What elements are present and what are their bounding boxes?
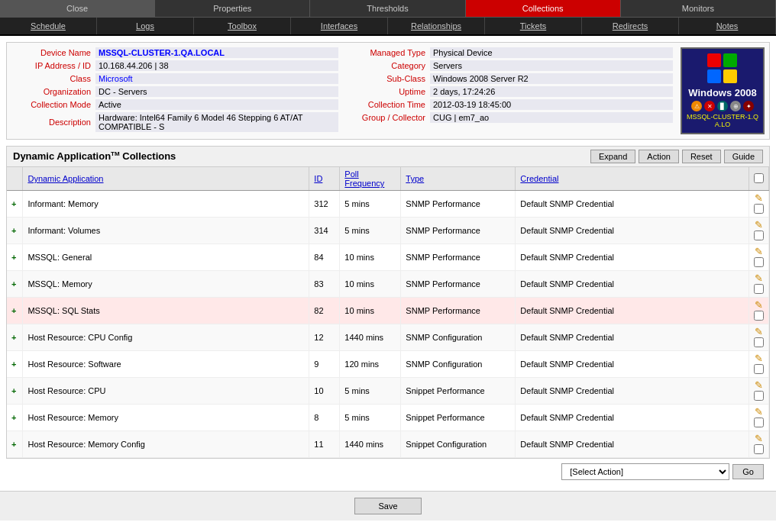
nav-schedule[interactable]: Schedule [0,18,97,34]
alert-icon: ✕ [704,101,715,111]
row-plus[interactable]: + [7,405,23,431]
col-type[interactable]: Type [401,167,516,191]
device-ip-row: IP Address / ID 10.168.44.206 | 38 [11,60,338,71]
row-plus[interactable]: + [7,191,23,218]
win-logo-green [723,53,737,67]
device-category-value: Servers [430,60,673,71]
row-actions[interactable]: ✎ [749,351,769,378]
row-plus[interactable]: + [7,218,23,244]
col-poll-freq[interactable]: Poll Frequency [340,167,401,191]
row-plus[interactable]: + [7,378,23,405]
edit-icon[interactable]: ✎ [755,379,763,391]
nav-toolbox[interactable]: Toolbox [194,18,291,34]
device-managed-value: Physical Device [430,47,673,58]
action-select[interactable]: [Select Action] [561,463,729,480]
row-type: Snippet Configuration [401,431,516,458]
row-poll: 1440 mins [340,324,401,351]
col-id[interactable]: ID [309,167,340,191]
row-type: Snippet Performance [401,378,516,405]
device-class-value: Microsoft [95,73,338,84]
row-poll: 5 mins [340,218,401,244]
edit-icon[interactable]: ✎ [755,219,763,231]
nav-notes[interactable]: Notes [679,18,776,34]
row-checkbox[interactable] [754,311,764,321]
row-credential: Default SNMP Credential [516,271,749,298]
nav-monitors[interactable]: Monitors [621,0,776,17]
row-checkbox[interactable] [754,444,764,454]
device-info-right: Managed Type Physical Device Category Se… [346,47,673,134]
table-row: + Host Resource: Memory 8 5 mins Snippet… [7,405,769,431]
row-id: 11 [309,431,340,458]
reset-button[interactable]: Reset [682,150,721,163]
save-button[interactable]: Save [354,498,421,514]
device-subclass-label: Sub-Class [346,74,430,83]
row-checkbox[interactable] [754,284,764,294]
edit-icon[interactable]: ✎ [755,406,763,418]
col-plus-header [7,167,23,191]
nav-thresholds[interactable]: Thresholds [310,0,465,17]
edit-icon[interactable]: ✎ [755,192,763,204]
row-checkbox[interactable] [754,257,764,267]
go-button[interactable]: Go [732,464,764,479]
select-all-checkbox[interactable] [754,173,764,183]
table-row: + Host Resource: Memory Config 11 1440 m… [7,431,769,458]
nav-properties[interactable]: Properties [155,0,310,17]
device-name-label: Device Name [11,48,95,57]
collections-table: Dynamic Application ID Poll Frequency Ty… [7,167,769,458]
row-checkbox[interactable] [754,364,764,374]
edit-icon[interactable]: ✎ [755,246,763,257]
collections-title-tm: TM [111,150,120,157]
row-actions[interactable]: ✎ [749,271,769,298]
row-actions[interactable]: ✎ [749,378,769,405]
nav-redirects[interactable]: Redirects [582,18,679,34]
row-actions[interactable]: ✎ [749,218,769,244]
row-actions[interactable]: ✎ [749,324,769,351]
row-plus[interactable]: + [7,244,23,271]
col-checkbox-header[interactable] [749,167,769,191]
edit-icon[interactable]: ✎ [755,326,763,337]
row-id: 10 [309,378,340,405]
action-button[interactable]: Action [639,150,679,163]
device-panel: Device Name MSSQL-CLUSTER-1.QA.LOCAL IP … [6,42,770,140]
nav-close[interactable]: Close [0,0,155,17]
expand-button[interactable]: Expand [590,150,635,163]
nav-collections[interactable]: Collections [466,0,621,17]
save-bar: Save [0,491,776,521]
guide-button[interactable]: Guide [724,150,763,163]
edit-icon[interactable]: ✎ [755,272,763,284]
row-checkbox[interactable] [754,231,764,240]
row-checkbox[interactable] [754,418,764,427]
edit-icon[interactable]: ✎ [755,299,763,311]
row-plus[interactable]: + [7,351,23,378]
nav-relationships[interactable]: Relationships [388,18,485,34]
row-app-name: Host Resource: Memory Config [23,431,309,458]
edit-icon[interactable]: ✎ [755,433,763,444]
windows-logo [707,53,738,84]
row-plus[interactable]: + [7,324,23,351]
col-dynamic-app[interactable]: Dynamic Application [23,167,309,191]
row-checkbox[interactable] [754,204,764,214]
row-type: SNMP Performance [401,298,516,324]
row-actions[interactable]: ✎ [749,191,769,218]
primary-nav: Close Properties Thresholds Collections … [0,0,776,18]
edit-icon[interactable]: ✎ [755,353,763,364]
row-actions[interactable]: ✎ [749,405,769,431]
nav-interfaces[interactable]: Interfaces [291,18,388,34]
row-checkbox[interactable] [754,391,764,401]
row-actions[interactable]: ✎ [749,298,769,324]
nav-logs[interactable]: Logs [97,18,194,34]
device-desc-row: Description Hardware: Intel64 Family 6 M… [11,112,338,132]
row-plus[interactable]: + [7,271,23,298]
device-subclass-row: Sub-Class Windows 2008 Server R2 [346,73,673,84]
row-id: 314 [309,218,340,244]
col-credential[interactable]: Credential [516,167,749,191]
row-type: SNMP Configuration [401,324,516,351]
row-checkbox[interactable] [754,337,764,347]
row-plus[interactable]: + [7,431,23,458]
row-poll: 5 mins [340,191,401,218]
row-actions[interactable]: ✎ [749,244,769,271]
row-actions[interactable]: ✎ [749,431,769,458]
row-plus[interactable]: + [7,298,23,324]
nav-tickets[interactable]: Tickets [485,18,582,34]
windows-version-text: Windows 2008 [688,87,756,98]
